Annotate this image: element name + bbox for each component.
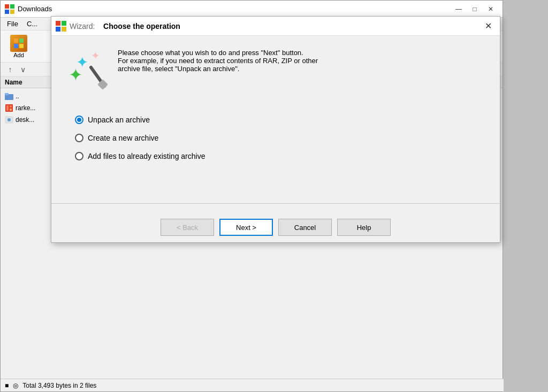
svg-text:✦: ✦ [68,65,83,84]
dialog-divider [51,203,500,204]
intro-line1: Please choose what you wish to do and pr… [118,49,318,57]
dialog-app-icon [56,21,66,32]
dialog-title-prefix: Wizard: [70,22,95,30]
modal-overlay: Wizard: Choose the operation ✕ ✦ [0,0,548,392]
wizard-illustration: ✦ ✦ ✦ [64,49,107,98]
option-create[interactable]: Create a new archive [75,134,487,142]
radio-unpack[interactable] [75,116,83,124]
radio-add[interactable] [75,152,83,160]
help-button[interactable]: Help [337,219,391,236]
dialog-close-button[interactable]: ✕ [481,20,496,33]
radio-create[interactable] [75,134,83,142]
dialog-title-main: Choose the operation [103,22,180,30]
intro-text: Please choose what you wish to do and pr… [118,49,318,98]
svg-rect-21 [62,27,66,32]
svg-rect-20 [56,27,60,32]
wizard-dialog: Wizard: Choose the operation ✕ ✦ [51,16,500,243]
option-unpack[interactable]: Unpack an archive [75,116,487,124]
back-button[interactable]: < Back [161,219,214,236]
intro-line2: For example, if you need to extract cont… [118,57,318,65]
intro-line3: archive file, select "Unpack an archive"… [118,65,318,73]
intro-section: ✦ ✦ ✦ Please choose what you wish to do … [64,49,487,98]
svg-rect-19 [62,21,66,26]
cancel-button[interactable]: Cancel [278,219,332,236]
options-section: Unpack an archive Create a new archive A… [64,116,487,160]
dialog-title: Wizard: Choose the operation [70,22,481,30]
option-unpack-label: Unpack an archive [88,116,150,124]
dialog-titlebar: Wizard: Choose the operation ✕ [51,17,500,36]
dialog-body: ✦ ✦ ✦ Please choose what you wish to do … [51,36,500,195]
dialog-footer: < Back Next > Cancel Help [51,212,500,242]
option-add[interactable]: Add files to already existing archive [75,152,487,160]
next-button[interactable]: Next > [219,219,273,236]
option-add-label: Add files to already existing archive [88,152,205,160]
option-create-label: Create a new archive [88,134,158,142]
svg-rect-18 [56,21,60,26]
svg-text:✦: ✦ [91,50,100,62]
